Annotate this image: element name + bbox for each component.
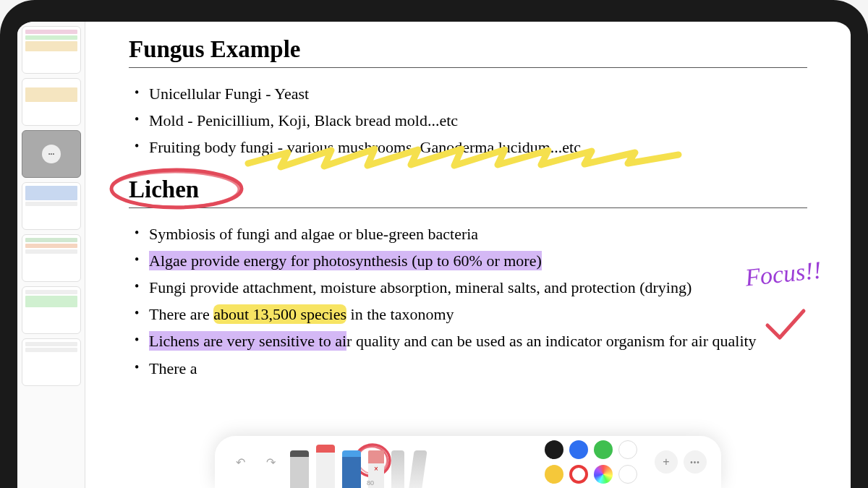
color-swatch-white[interactable] — [618, 440, 637, 459]
color-swatch-yellow[interactable] — [545, 465, 563, 484]
pencil-tool[interactable] — [290, 450, 309, 488]
list-item: Lichens are very sensitive to air qualit… — [129, 328, 807, 354]
bullet-list: Unicellular Fungi - Yeast Mold - Penicil… — [129, 81, 807, 160]
page-thumbnail[interactable] — [22, 338, 81, 386]
list-item: There are about 13,500 species in the ta… — [129, 301, 807, 327]
tool-picker: 80 — [290, 436, 425, 488]
list-item: Mold - Penicillium, Koji, Black bread mo… — [129, 108, 807, 133]
list-item: Fungi provide attachment, moisture absor… — [129, 275, 807, 300]
add-button[interactable]: + — [655, 450, 678, 474]
page-thumbnail[interactable] — [22, 286, 81, 334]
cutter-tool[interactable] — [391, 450, 404, 488]
color-palette — [545, 440, 637, 484]
list-item: Algae provide energy for photosynthesis … — [129, 248, 807, 273]
undo-button[interactable]: ↶ — [229, 451, 251, 473]
list-item: Unicellular Fungi - Yeast — [129, 81, 807, 106]
purple-highlight: Lichens are very sensitive to ai — [149, 331, 346, 351]
page-thumbnail[interactable] — [22, 26, 81, 74]
drawing-toolbar: ↶ ↷ 80 — [215, 436, 721, 488]
section-rule — [129, 207, 807, 208]
color-swatch-red-selected[interactable] — [569, 465, 588, 484]
color-picker-button[interactable] — [594, 465, 613, 484]
list-item: Symbiosis of fungi and algae or blue-gre… — [129, 221, 807, 247]
color-swatch-black[interactable] — [545, 440, 563, 459]
redo-button[interactable]: ↷ — [260, 451, 281, 473]
page-thumbnails-sidebar: ••• — [17, 22, 85, 488]
color-swatch-green[interactable] — [594, 440, 613, 459]
app-root: ••• Fungus Example Unicellular Fungi - Y… — [17, 22, 851, 488]
toolbar-extra: + ••• — [655, 450, 707, 474]
document-content[interactable]: Fungus Example Unicellular Fungi - Yeast… — [85, 22, 851, 488]
list-item: Fruiting body fungi - various mushrooms,… — [129, 134, 807, 160]
tablet-frame: ••• Fungus Example Unicellular Fungi - Y… — [0, 0, 868, 488]
color-swatch-blue[interactable] — [569, 440, 588, 459]
section-heading: Lichen — [129, 176, 807, 203]
more-button[interactable]: ••• — [684, 450, 707, 474]
highlighter-tool[interactable] — [316, 445, 335, 488]
ellipsis-icon: ••• — [42, 145, 61, 163]
list-item: There a — [129, 356, 807, 381]
section-heading: Fungus Example — [129, 36, 807, 63]
section-rule — [129, 67, 807, 68]
color-swatch-empty[interactable] — [618, 465, 637, 484]
section-lichen: Lichen Symbiosis of fungi and algae or b… — [129, 176, 807, 381]
yellow-highlight: about 13,500 species — [213, 304, 346, 324]
pen-tool[interactable] — [342, 450, 361, 488]
page-thumbnail-current[interactable]: ••• — [22, 130, 81, 178]
page-thumbnail[interactable] — [22, 234, 81, 282]
purple-highlight: Algae provide energy for photosynthesis … — [149, 251, 542, 270]
brush-size-label: 80 — [367, 479, 374, 487]
page-thumbnail[interactable] — [22, 78, 81, 126]
bullet-list: Symbiosis of fungi and algae or blue-gre… — [129, 221, 807, 381]
ruler-tool[interactable] — [409, 450, 427, 488]
page-thumbnail[interactable] — [22, 182, 81, 230]
